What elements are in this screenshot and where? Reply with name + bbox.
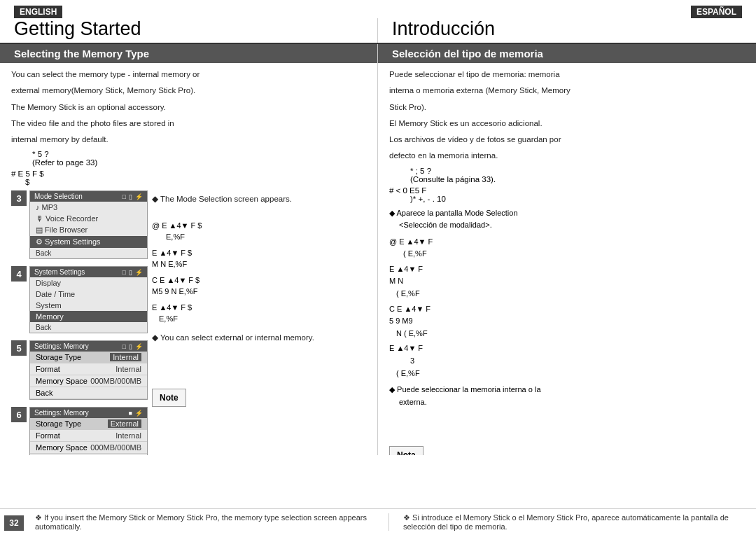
right-mn: M N xyxy=(389,275,745,288)
left-intro3: The Memory Stick is an optional accessor… xyxy=(11,102,366,113)
section-header-right: Selección del tipo de memoria xyxy=(378,44,756,63)
title-left: Getting Started xyxy=(0,18,378,43)
right-at: @ E ▲4▼ F xyxy=(389,236,745,249)
left-step-note2: (Refer to page 33) xyxy=(32,158,366,167)
screen6-storagetype-val: External xyxy=(108,419,141,428)
screen5-format-key: Format xyxy=(36,365,60,373)
right-e3: E ▲4▼ F xyxy=(389,342,745,355)
right-59: 5 9 M9 xyxy=(389,315,745,328)
screen4-system: System xyxy=(36,301,62,310)
right-c: C E ▲4▼ F xyxy=(389,303,745,316)
right-intro2: interna o memoria externa (Memory Stick,… xyxy=(389,85,745,97)
left-bullet1: The Mode Selection screen appears. xyxy=(152,193,366,205)
screen-4: System Settings □▯⚡ Display Date / Time … xyxy=(29,266,148,333)
left-step-note3: # E 5 F $ xyxy=(11,169,366,178)
screen5-memspace-key: Memory Space xyxy=(36,377,88,385)
right-ef: ( E,%F xyxy=(403,248,745,260)
nota-box: Nota xyxy=(389,446,424,455)
screen3-mp3: ♪ MP3 xyxy=(36,203,57,211)
right-ef4: ( E,%F xyxy=(396,368,745,380)
left-intro4: The video file and the photo files are s… xyxy=(11,118,366,130)
left-mn: M N E,%F xyxy=(152,258,366,270)
screen6-format-key: Format xyxy=(36,431,60,440)
right-bullet1: Aparece la pantalla Mode Selection xyxy=(389,207,745,220)
screen5-memspace-val: 000MB/000MB xyxy=(90,377,141,385)
step-num-5: 5 xyxy=(11,340,27,356)
screen5-title: Settings: Memory xyxy=(34,342,89,350)
screen6-memspace-val: 000MB/000MB xyxy=(90,443,141,452)
right-n: N ( E,%F xyxy=(396,328,745,340)
screen4-back: Back xyxy=(30,322,147,333)
screen-3: Mode Selection □▯⚡ ♪ MP3 🎙 Voice Recorde… xyxy=(29,190,148,259)
left-at: @ E ▲4▼ F $ xyxy=(152,220,366,232)
step-num-4: 4 xyxy=(11,266,27,282)
left-instructions: The Mode Selection screen appears. @ E ▲… xyxy=(152,190,366,455)
page-number: 32 xyxy=(4,515,24,531)
page: ENGLISH ESPAÑOL Getting Started Introduc… xyxy=(0,0,756,535)
left-column: You can select the memory type - interna… xyxy=(0,63,378,455)
screen4-datetime: Date / Time xyxy=(36,290,75,298)
screen5-storagetype-key: Storage Type xyxy=(36,353,81,361)
right-intro: Puede seleccionar el tipo de memoria: me… xyxy=(389,69,745,81)
lang-badge-espanol: ESPAÑOL xyxy=(691,6,742,18)
right-3: 3 xyxy=(410,355,745,368)
screen6-title: Settings: Memory xyxy=(34,409,89,417)
screen6-memspace-key: Memory Space xyxy=(36,443,88,452)
left-bullet2: You can select external or internal memo… xyxy=(152,332,366,344)
screen4-display: Display xyxy=(36,279,61,287)
screen3-title: Mode Selection xyxy=(34,193,83,200)
screen6-format-val: Internal xyxy=(115,431,141,440)
right-intro4: El Memory Stick es un accesorio adiciona… xyxy=(389,118,745,130)
screen-5: Settings: Memory □▯⚡ Storage TypeInterna… xyxy=(29,340,148,400)
right-bullet2a: ◆ Puede seleccionar la memoria interna o… xyxy=(389,384,745,396)
title-right: Introducción xyxy=(378,18,756,43)
right-column: Puede seleccionar el tipo de memoria: me… xyxy=(378,63,756,455)
step-num-6: 6 xyxy=(11,407,27,422)
left-intro2: external memory(Memory Stick, Memory Sti… xyxy=(11,85,366,97)
right-intro3: Stick Pro). xyxy=(389,102,745,113)
screen3-back: Back xyxy=(30,248,147,258)
screen3-settings: ⚙ System Settings xyxy=(36,237,101,246)
screen3-voice: 🎙 Voice Recorder xyxy=(36,214,98,223)
note-box: Note xyxy=(152,389,186,407)
section-header-left: Selecting the Memory Type xyxy=(0,44,378,63)
screen4-title: System Settings xyxy=(34,268,85,276)
screen4-memory: Memory xyxy=(36,312,64,321)
right-step-note3: # < 0 E5 F xyxy=(389,186,745,195)
left-intro: You can select the memory type - interna… xyxy=(11,69,366,81)
right-bullet2b: externa. xyxy=(399,396,745,409)
left-c: C E ▲4▼ F $ xyxy=(152,275,366,286)
footer: 32 ❖ If you insert the Memory Stick or M… xyxy=(0,508,756,535)
left-e3: E ▲4▼ F $ xyxy=(152,302,366,314)
screen5-format-val: Internal xyxy=(115,365,141,373)
right-step-note2: (Consulte la página 33). xyxy=(410,175,745,183)
right-e2: E ▲4▼ F xyxy=(389,263,745,276)
right-step-note4: )* +, - . 10 xyxy=(410,195,745,203)
right-step-note: * ; 5 ? xyxy=(410,167,745,175)
left-ef2: E,%F xyxy=(159,313,366,325)
left-step-note4: $ xyxy=(25,178,366,186)
left-intro5: internal memory by default. xyxy=(11,134,366,146)
right-instructions: Aparece la pantalla Mode Selection <Sele… xyxy=(389,207,745,456)
screen5-back: Back xyxy=(36,389,52,397)
footer-left: ❖ If you insert the Memory Stick or Memo… xyxy=(35,513,388,531)
left-step-note: * 5 ? xyxy=(32,150,366,158)
right-intro5: Los archivos de vídeo y de fotos se guar… xyxy=(389,134,745,146)
right-intro6: defecto en la memoria interna. xyxy=(389,150,745,162)
screen5-storagetype-val: Internal xyxy=(110,353,141,361)
lang-badge-english: ENGLISH xyxy=(14,6,62,18)
screen3-filebrowser: ▤ File Browser xyxy=(36,225,88,235)
left-m5: M5 9 N E,%F xyxy=(152,286,366,298)
footer-right: ❖ Si introduce el Memory Stick o el Memo… xyxy=(388,513,742,531)
right-bullet1b: <Selección de modalidad>. xyxy=(399,219,745,232)
left-ef: E,%F xyxy=(166,231,366,243)
left-e2: E ▲4▼ F $ xyxy=(152,247,366,259)
step-num-3: 3 xyxy=(11,190,27,206)
screen6-storagetype-key: Storage Type xyxy=(36,419,81,428)
right-ef3: ( E,%F xyxy=(396,288,745,300)
screen-6: Settings: Memory ■⚡ Storage TypeExternal… xyxy=(29,407,148,455)
